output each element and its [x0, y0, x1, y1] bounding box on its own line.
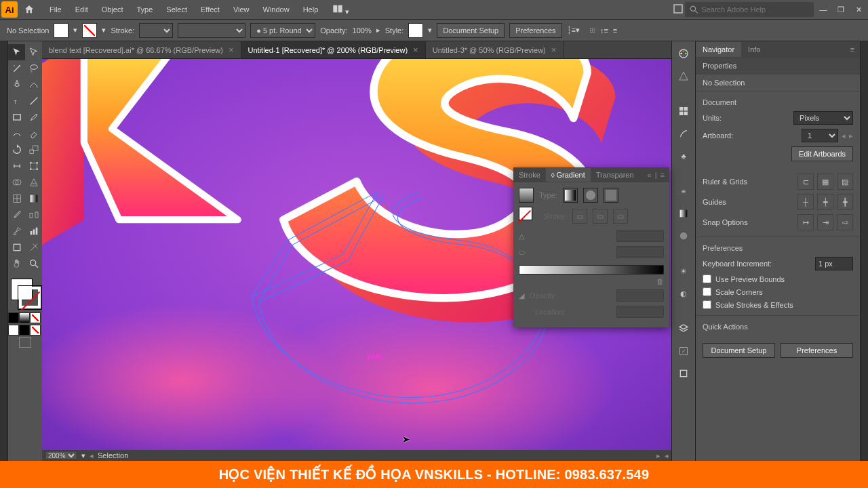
type-tool[interactable]: T	[8, 93, 25, 109]
use-preview-checkbox[interactable]: Use Preview Bounds	[703, 272, 853, 285]
color-panel-icon[interactable]	[675, 45, 692, 62]
artboards-icon[interactable]	[675, 365, 692, 382]
prefs-more-icon[interactable]: ┆≡▾	[567, 26, 580, 35]
doc-tab-2[interactable]: Untitled-3* @ 50% (RGB/Preview)×	[426, 41, 564, 58]
draw-mode-icons[interactable]	[8, 325, 42, 336]
stroke-panel-icon[interactable]: ≡	[675, 183, 692, 199]
close-icon[interactable]: ×	[229, 45, 234, 55]
shape-builder-tool[interactable]	[8, 174, 25, 190]
units-select[interactable]: Pixels	[793, 111, 853, 125]
gradient-preview[interactable]	[519, 188, 534, 203]
smart-guides-icon[interactable]: ╋	[837, 194, 853, 210]
edit-artboards-button[interactable]: Edit Artboards	[791, 146, 853, 161]
lasso-tool[interactable]	[25, 60, 42, 77]
width-tool[interactable]	[8, 158, 25, 174]
gtab-stroke[interactable]: Stroke	[513, 168, 546, 182]
minimize-icon[interactable]: —	[815, 3, 831, 16]
maximize-icon[interactable]: ❐	[833, 3, 849, 17]
qa-prefs-button[interactable]: Preferences	[781, 343, 853, 358]
align-icon[interactable]: ⊞	[589, 26, 595, 35]
rotate-tool[interactable]	[8, 142, 25, 158]
pen-tool[interactable]	[8, 77, 25, 93]
grid-icon[interactable]: ▦	[817, 174, 833, 190]
prefs-button[interactable]: Preferences	[509, 23, 561, 38]
search-input[interactable]	[701, 5, 810, 14]
zoom-tool[interactable]	[25, 256, 42, 272]
symbols-icon[interactable]: ♣	[675, 148, 692, 164]
magic-wand-tool[interactable]	[8, 60, 25, 77]
panel-menu-icon[interactable]: ≡	[845, 45, 860, 54]
mesh-tool[interactable]	[8, 190, 25, 207]
linear-gradient-icon[interactable]	[563, 188, 578, 203]
keyboard-increment-input[interactable]	[815, 257, 853, 270]
transparency-grid-icon[interactable]: ▨	[837, 174, 853, 190]
gradient-fill-stroke[interactable]	[519, 207, 538, 226]
symbol-sprayer-tool[interactable]	[8, 223, 25, 239]
scale-tool[interactable]	[25, 142, 42, 158]
transparency-icon[interactable]	[675, 228, 692, 244]
tab-navigator[interactable]: Navigator	[696, 42, 741, 57]
menu-view[interactable]: View	[227, 2, 256, 17]
arrange-docs-icon[interactable]	[673, 3, 684, 16]
brush-def[interactable]: ● 5 pt. Round	[250, 23, 315, 38]
gopacity-input[interactable]	[616, 289, 664, 302]
zoom-dropdown[interactable]: 200%	[45, 451, 77, 460]
gradient-floating-panel[interactable]: Stroke ◊ Gradient Transparen « | ≡ Type:…	[513, 167, 669, 327]
appearance-icon[interactable]: ☀	[675, 263, 692, 279]
curvature-tool[interactable]	[25, 77, 42, 93]
artboard-select[interactable]: 1	[802, 129, 838, 142]
graph-tool[interactable]	[25, 223, 42, 239]
menu-type[interactable]: Type	[131, 2, 159, 17]
guides-lock-icon[interactable]: ┿	[817, 194, 833, 210]
fill-stroke-indicator[interactable]	[8, 276, 42, 310]
scale-strokes-checkbox[interactable]: Scale Strokes & Effects	[703, 298, 853, 311]
layout-icon[interactable]: ▾	[332, 3, 349, 16]
close-icon[interactable]: ×	[413, 45, 418, 55]
artboard-tool[interactable]	[8, 239, 25, 256]
opacity-value[interactable]: 100%	[353, 26, 372, 35]
color-mode-icons[interactable]	[8, 312, 42, 323]
guides-show-icon[interactable]: ┼	[797, 194, 814, 210]
layers-icon[interactable]	[675, 321, 692, 337]
blend-tool[interactable]	[25, 207, 42, 223]
hand-tool[interactable]	[8, 256, 25, 272]
line-tool[interactable]	[25, 93, 42, 109]
qa-doc-setup-button[interactable]: Document Setup	[703, 343, 775, 358]
menu-object[interactable]: Object	[96, 2, 130, 17]
eyedropper-tool[interactable]	[8, 207, 25, 223]
menu-edit[interactable]: Edit	[69, 2, 94, 17]
shaper-tool[interactable]	[8, 125, 25, 142]
scale-corners-checkbox[interactable]: Scale Corners	[703, 285, 853, 298]
menu-effect[interactable]: Effect	[195, 2, 226, 17]
stroke-weight[interactable]	[139, 23, 173, 38]
angle-input[interactable]	[616, 230, 664, 242]
screen-mode-icons[interactable]	[8, 337, 42, 348]
freeform-gradient-icon[interactable]	[604, 188, 618, 203]
brushes-icon[interactable]	[675, 125, 692, 142]
next-artboard-icon[interactable]: ▸	[849, 131, 853, 140]
tab-info[interactable]: Info	[741, 42, 767, 57]
doc-tab-1[interactable]: Untitled-1 [Recovered]* @ 200% (RGB/Prev…	[241, 41, 426, 58]
stroke-profile[interactable]	[178, 23, 245, 38]
stroke-swatch[interactable]	[82, 23, 97, 38]
options-icon[interactable]: ≡	[613, 26, 617, 35]
perspective-tool[interactable]	[25, 174, 42, 190]
gtab-transparency[interactable]: Transparen	[591, 168, 639, 182]
radial-gradient-icon[interactable]	[583, 188, 598, 203]
graphic-styles-icon[interactable]: ◐	[675, 285, 692, 302]
menu-select[interactable]: Select	[160, 2, 193, 17]
close-icon[interactable]: ×	[551, 45, 557, 55]
menu-window[interactable]: Window	[257, 2, 296, 17]
asset-export-icon[interactable]	[675, 343, 692, 359]
color-guide-icon[interactable]	[675, 68, 692, 84]
gradient-tool[interactable]	[25, 190, 42, 207]
menu-help[interactable]: Help	[297, 2, 325, 17]
gradient-slider[interactable]	[519, 265, 664, 274]
eraser-tool[interactable]	[25, 125, 42, 142]
selection-tool[interactable]	[8, 44, 25, 60]
close-icon[interactable]: ✕	[850, 3, 867, 17]
transform-icon[interactable]: ↕≡	[600, 26, 608, 35]
home-icon[interactable]	[22, 2, 37, 17]
snap-point-icon[interactable]: ⇥	[817, 214, 833, 230]
gradient-panel-icon[interactable]	[675, 205, 692, 222]
